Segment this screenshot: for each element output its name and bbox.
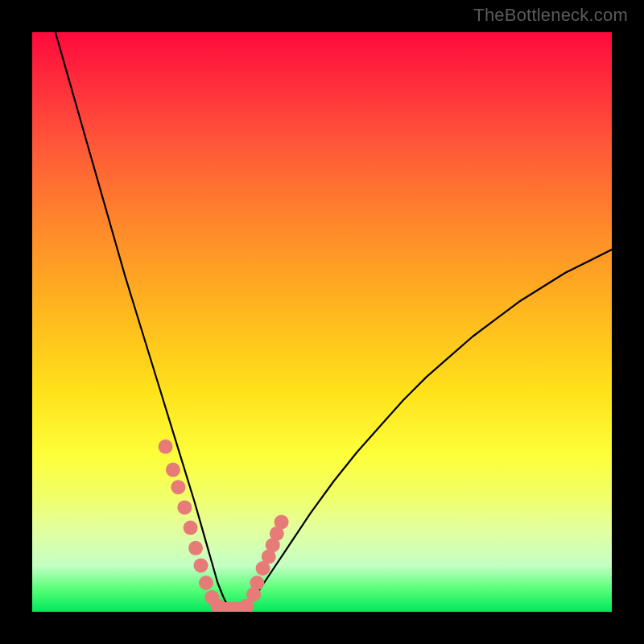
bottleneck-curve: [56, 32, 612, 609]
marker-dot: [171, 480, 185, 494]
marker-dot: [159, 440, 173, 454]
marker-dot: [250, 576, 264, 590]
marker-dot: [166, 463, 180, 477]
marker-dot: [177, 500, 192, 514]
marker-dot: [199, 576, 213, 590]
marker-group: [159, 440, 289, 612]
chart-svg: [32, 32, 612, 612]
chart-stage: TheBottleneck.com: [0, 0, 644, 644]
marker-dot: [275, 514, 289, 529]
marker-dot: [188, 541, 203, 555]
plot-area: [32, 32, 612, 612]
watermark-text: TheBottleneck.com: [473, 5, 628, 26]
marker-dot: [194, 558, 208, 572]
marker-dot: [184, 521, 198, 535]
